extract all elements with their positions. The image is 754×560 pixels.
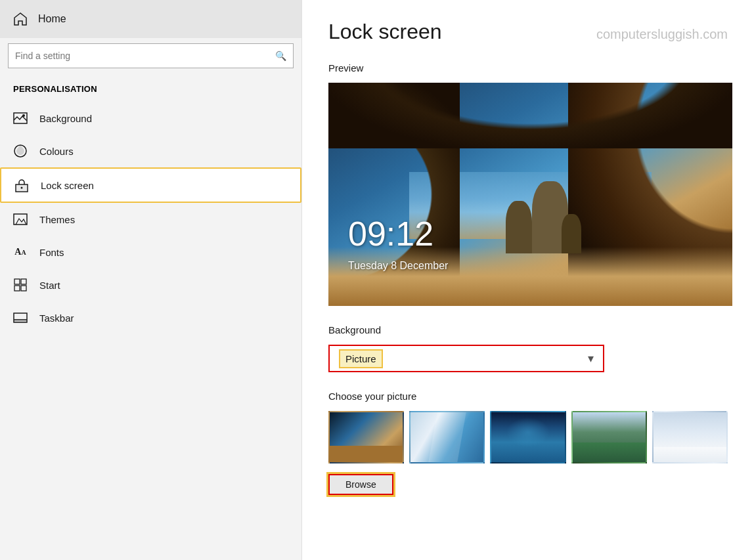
lock-screen-icon [14, 178, 29, 192]
sidebar-item-colours[interactable]: Colours [0, 135, 301, 167]
colours-icon [13, 144, 28, 158]
picture-thumb-2[interactable] [409, 411, 485, 463]
taskbar-icon [13, 311, 28, 325]
browse-button[interactable]: Browse [328, 474, 393, 495]
background-dropdown-value: Picture [339, 349, 383, 368]
rock1 [506, 201, 532, 253]
personalisation-label: Personalisation [0, 79, 301, 102]
search-container: 🔍 [0, 38, 301, 79]
background-label: Background [328, 324, 728, 335]
sidebar-item-background[interactable]: Background [0, 102, 301, 135]
watermark: computersluggish.com [596, 27, 728, 42]
svg-rect-10 [21, 286, 26, 291]
sidebar: Home 🔍 Personalisation Background Colour… [0, 0, 302, 560]
home-icon [13, 12, 28, 26]
preview-time: 09:12 [348, 214, 433, 253]
sidebar-item-home[interactable]: Home [0, 0, 301, 38]
sidebar-home-label: Home [38, 13, 66, 25]
fonts-icon: AA [13, 245, 28, 259]
main-content: Lock screen computersluggish.com Preview… [302, 0, 754, 560]
svg-rect-8 [21, 279, 26, 284]
sidebar-item-fonts[interactable]: AA Fonts [0, 236, 301, 269]
start-icon [13, 278, 28, 292]
search-icon: 🔍 [275, 51, 286, 61]
dropdown-container: Background Picture ▾ [328, 324, 728, 372]
sidebar-item-lock-screen[interactable]: Lock screen [0, 167, 301, 203]
nav-label-colours: Colours [39, 146, 74, 157]
picture-thumb-4[interactable] [571, 411, 647, 463]
sidebar-item-start[interactable]: Start [0, 269, 301, 301]
nav-label-fonts: Fonts [39, 247, 64, 258]
svg-rect-9 [14, 286, 20, 291]
search-box[interactable]: 🔍 [8, 43, 294, 68]
dropdown-arrow-icon: ▾ [588, 351, 594, 366]
svg-point-5 [21, 187, 23, 189]
sidebar-item-themes[interactable]: Themes [0, 203, 301, 236]
preview-label: Preview [328, 62, 728, 74]
preview-container: 09:12 Tuesday 8 December [328, 83, 732, 306]
background-dropdown[interactable]: Picture ▾ [328, 345, 604, 372]
search-input[interactable] [15, 51, 270, 61]
page-header: Lock screen computersluggish.com [328, 20, 728, 44]
picture-thumb-1[interactable] [328, 411, 404, 463]
svg-point-1 [22, 114, 25, 117]
sidebar-item-taskbar[interactable]: Taskbar [0, 301, 301, 334]
rock3 [562, 214, 581, 253]
svg-rect-7 [14, 279, 20, 284]
background-icon [13, 111, 28, 125]
page-title: Lock screen [328, 20, 442, 44]
nav-label-start: Start [39, 280, 60, 291]
nav-label-themes: Themes [39, 214, 75, 225]
cave-top [328, 83, 732, 148]
preview-image: 09:12 Tuesday 8 December [328, 83, 732, 306]
picture-thumb-3[interactable] [490, 411, 566, 463]
choose-picture-label: Choose your picture [328, 391, 728, 402]
themes-icon [13, 212, 28, 226]
svg-rect-6 [14, 214, 27, 225]
pictures-row [328, 411, 728, 463]
nav-label-lock-screen: Lock screen [41, 180, 94, 191]
nav-label-background: Background [39, 113, 92, 124]
beach [328, 247, 732, 306]
preview-date: Tuesday 8 December [348, 260, 448, 272]
picture-thumb-5[interactable] [652, 411, 728, 463]
nav-label-taskbar: Taskbar [39, 312, 74, 324]
